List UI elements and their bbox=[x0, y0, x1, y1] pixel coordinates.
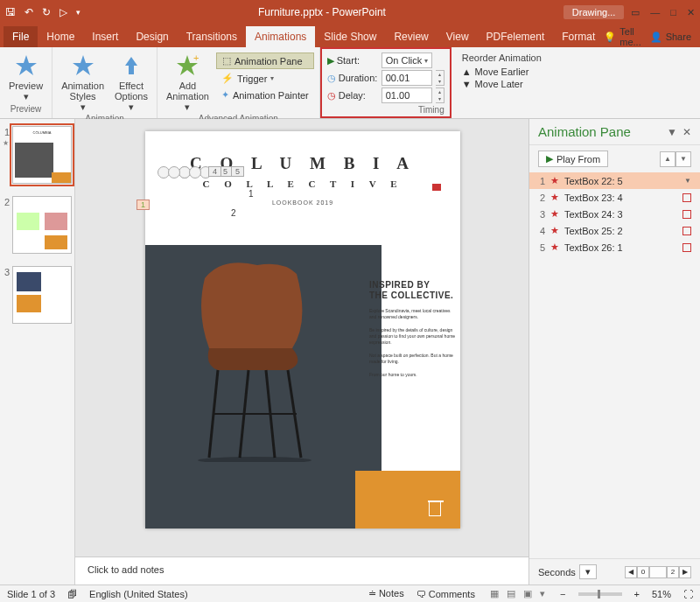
play-from-button[interactable]: ▶Play From bbox=[538, 150, 608, 167]
slideshow-view-icon[interactable]: ▾ bbox=[540, 588, 545, 598]
start-dropdown[interactable]: On Click▾ bbox=[382, 52, 432, 68]
tab-pdfelement[interactable]: PDFelement bbox=[478, 26, 554, 47]
tab-design[interactable]: Design bbox=[127, 26, 177, 47]
star-icon: ★ bbox=[550, 192, 559, 203]
slide-canvas[interactable]: C O L U M B I A C O L L E C T I V E LOOK… bbox=[75, 119, 528, 584]
animation-item[interactable]: 5★TextBox 26: 1 bbox=[529, 239, 700, 256]
chair-icon bbox=[429, 500, 441, 516]
animation-pane: Animation Pane ▼ ✕ ▶Play From ▲ ▼ 1★Text… bbox=[528, 119, 700, 584]
duration-input[interactable]: 00.01 bbox=[382, 70, 432, 86]
star-icon: ★ bbox=[550, 208, 559, 220]
anim-tag[interactable]: 1 bbox=[136, 200, 150, 210]
chevron-down-icon[interactable]: ▼ bbox=[684, 177, 691, 185]
fit-to-window-icon[interactable]: ⛶ bbox=[683, 589, 693, 599]
start-from-beginning-icon[interactable]: ▷ bbox=[60, 6, 67, 18]
comments-toggle[interactable]: 🗨 Comments bbox=[416, 589, 475, 599]
tab-animations[interactable]: Animations bbox=[246, 26, 315, 47]
animation-item[interactable]: 2★TextBox 23: 4 bbox=[529, 189, 700, 206]
clock-icon: ◷ bbox=[327, 73, 336, 84]
tab-format[interactable]: Format bbox=[553, 26, 604, 47]
delay-spinner[interactable]: ▴▾ bbox=[436, 88, 444, 103]
redo-icon[interactable]: ↻ bbox=[42, 6, 51, 18]
anim-tag[interactable]: 4 bbox=[208, 166, 221, 177]
slide-counter[interactable]: Slide 1 of 3 bbox=[7, 589, 55, 599]
seconds-dropdown[interactable]: ▾ bbox=[579, 564, 597, 579]
window-title: Furniture.pptx - PowerPoint bbox=[80, 6, 564, 18]
minimize-icon[interactable]: — bbox=[650, 7, 660, 18]
share-icon: 👤 bbox=[650, 32, 662, 43]
tab-transitions[interactable]: Transitions bbox=[178, 26, 246, 47]
arrow-up-icon bbox=[118, 52, 144, 79]
anim-tag[interactable]: 5 bbox=[231, 166, 244, 177]
tab-view[interactable]: View bbox=[438, 26, 478, 47]
move-later-button[interactable]: ▼Move Later bbox=[462, 79, 542, 89]
add-animation-button[interactable]: + Add Animation▾ bbox=[163, 51, 213, 114]
sa-node[interactable] bbox=[168, 166, 180, 178]
zoom-percent[interactable]: 51% bbox=[652, 589, 671, 599]
close-icon[interactable]: ✕ bbox=[687, 7, 695, 18]
tab-home[interactable]: Home bbox=[38, 26, 83, 47]
notes-pane[interactable]: Click to add notes bbox=[75, 556, 528, 584]
move-down-button[interactable]: ▼ bbox=[676, 151, 691, 167]
tab-insert[interactable]: Insert bbox=[83, 26, 127, 47]
undo-icon[interactable]: ↶ bbox=[24, 6, 33, 18]
accent-square bbox=[432, 184, 441, 191]
spellcheck-icon[interactable]: 🗐 bbox=[67, 589, 77, 599]
contextual-tab-label: Drawing... bbox=[564, 5, 625, 19]
effect-options-button[interactable]: Effect Options▾ bbox=[111, 51, 151, 114]
normal-view-icon[interactable]: ▦ bbox=[490, 588, 499, 598]
star-icon: ★ bbox=[550, 175, 559, 186]
sorter-view-icon[interactable]: ▤ bbox=[507, 588, 515, 598]
painter-icon: ✦ bbox=[221, 89, 229, 101]
trigger-button[interactable]: ⚡Trigger▾ bbox=[216, 71, 314, 86]
anim-num: 2 bbox=[231, 208, 236, 218]
preview-button[interactable]: Preview▾ bbox=[5, 51, 46, 103]
animation-styles-button[interactable]: Animation Styles▾ bbox=[58, 51, 108, 114]
tab-file[interactable]: File bbox=[4, 26, 38, 47]
view-buttons: ▦ ▤ ▣ ▾ bbox=[487, 588, 548, 599]
move-up-button[interactable]: ▲ bbox=[660, 151, 676, 167]
animation-item[interactable]: 1★TextBox 22: 5▼ bbox=[529, 172, 700, 189]
duration-spinner[interactable]: ▴▾ bbox=[436, 70, 444, 86]
tell-me-search[interactable]: 💡Tell me... bbox=[604, 26, 642, 47]
animation-pane-footer: Seconds ▾ ◀ 0 2 ▶ bbox=[529, 558, 700, 584]
title-bar: 🖫 ↶ ↻ ▷ ▾ Furniture.pptx - PowerPoint Dr… bbox=[0, 0, 700, 24]
sa-node[interactable] bbox=[189, 166, 201, 178]
star-icon: ★ bbox=[550, 242, 559, 253]
language-status[interactable]: English (United States) bbox=[89, 589, 188, 599]
timing-bar bbox=[682, 193, 691, 202]
reading-view-icon[interactable]: ▣ bbox=[523, 588, 532, 598]
animation-painter-button[interactable]: ✦Animation Painter bbox=[216, 88, 314, 102]
thumbnail-3[interactable]: 3 bbox=[12, 266, 72, 324]
zoom-slider[interactable] bbox=[578, 592, 622, 596]
window-buttons: ▭ — □ ✕ bbox=[631, 7, 695, 18]
star-icon bbox=[70, 52, 96, 79]
delay-input[interactable]: 01.00 bbox=[382, 88, 432, 103]
scroll-track[interactable] bbox=[649, 566, 667, 578]
tab-slideshow[interactable]: Slide Show bbox=[315, 26, 385, 47]
zoom-in-icon[interactable]: + bbox=[634, 589, 640, 599]
animation-item[interactable]: 4★TextBox 25: 2 bbox=[529, 222, 700, 239]
group-timing: ▶Start: On Click▾ ◷Duration: 00.01 ▴▾ ◷D… bbox=[320, 47, 452, 118]
thumbnail-number: 3 bbox=[4, 267, 10, 277]
pane-close-icon[interactable]: ✕ bbox=[682, 126, 691, 138]
ribbon-options-icon[interactable]: ▭ bbox=[631, 7, 640, 18]
thumbnail-2[interactable]: 2 bbox=[12, 196, 72, 254]
timing-bar bbox=[682, 210, 691, 219]
ribbon: Preview▾ Preview Animation Styles▾ Effec… bbox=[0, 47, 700, 119]
zoom-out-icon[interactable]: − bbox=[560, 589, 565, 599]
pane-dropdown-icon[interactable]: ▼ bbox=[667, 126, 677, 138]
tab-review[interactable]: Review bbox=[385, 26, 437, 47]
status-bar: Slide 1 of 3 🗐 English (United States) ≐… bbox=[0, 584, 700, 602]
scroll-left-icon[interactable]: ◀ bbox=[625, 566, 637, 578]
animation-item[interactable]: 3★TextBox 24: 3 bbox=[529, 206, 700, 222]
notes-toggle[interactable]: ≐ Notes bbox=[368, 588, 404, 599]
star-icon: ★ bbox=[550, 225, 559, 236]
work-area: 1 ★ COLUMBIA 2 3 C O L U M B I A C O L L… bbox=[0, 119, 700, 584]
share-button[interactable]: 👤Share bbox=[650, 32, 691, 43]
scroll-right-icon[interactable]: ▶ bbox=[679, 566, 691, 578]
thumbnail-1[interactable]: 1 ★ COLUMBIA bbox=[12, 126, 72, 184]
animation-pane-button[interactable]: ⬚Animation Pane bbox=[216, 52, 314, 69]
maximize-icon[interactable]: □ bbox=[670, 7, 676, 18]
save-icon[interactable]: 🖫 bbox=[5, 6, 16, 18]
